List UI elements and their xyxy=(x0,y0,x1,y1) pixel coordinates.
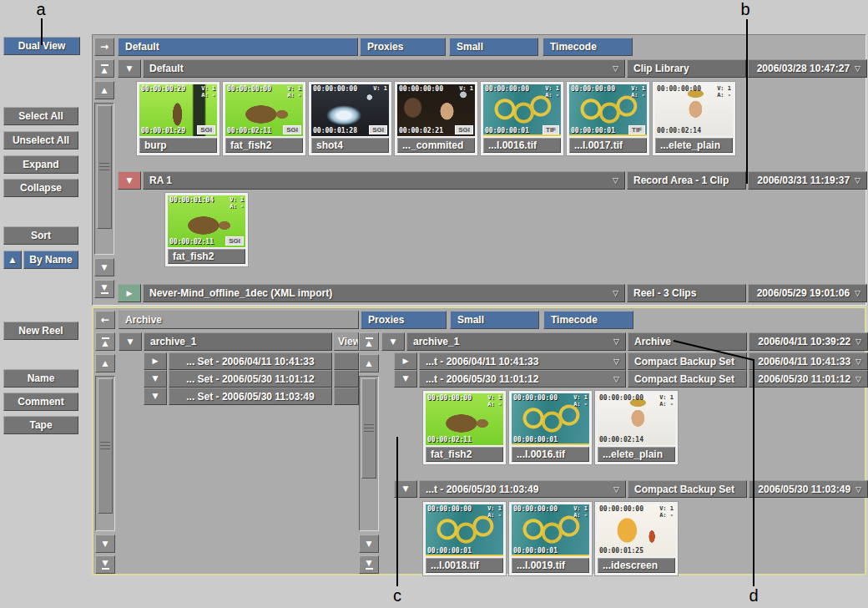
comment-field-button[interactable]: Comment xyxy=(3,393,78,411)
dropdown-icon[interactable]: ▽ xyxy=(855,375,861,383)
backup-set-tree-row[interactable]: ... Set - 2006/05/30 11:03:49 xyxy=(169,388,332,405)
clip[interactable]: 00:00:00:00 V: 1 A: - 00:00:00:01 TIF ..… xyxy=(480,81,564,156)
select-all-button[interactable]: Select All xyxy=(3,107,78,125)
reel-row-type[interactable]: Reel - 3 Clips xyxy=(627,284,746,302)
backup-set-row-timestamp[interactable]: 2006/05/30 11:01:12▽ xyxy=(749,370,868,388)
tape-field-button[interactable]: Tape xyxy=(3,416,78,434)
new-reel-button[interactable]: New Reel xyxy=(3,322,78,340)
tab-small-archive[interactable]: Small xyxy=(450,311,539,329)
collapse-triangle-button[interactable]: ▼ xyxy=(394,480,417,498)
backup-set-row-type[interactable]: Compact Backup Set xyxy=(628,370,747,388)
collapse-triangle-button[interactable]: ▼ xyxy=(118,59,141,78)
clip[interactable]: 00:00:00:00 V: 1 A: - 00:00:00:01 ...l.0… xyxy=(422,501,507,576)
backup-set-row-name[interactable]: ...t - 2006/05/30 11:03:49▽ xyxy=(419,480,626,498)
dropdown-icon[interactable]: ▽ xyxy=(855,289,860,297)
archive-row-type[interactable]: Archive xyxy=(628,332,747,351)
scroll-down-button[interactable]: ▼ xyxy=(94,258,114,276)
record-area-row-name[interactable]: RA 1▽ xyxy=(143,171,625,190)
sort-direction-button[interactable]: ▲ xyxy=(3,251,22,269)
record-area-row-timestamp[interactable]: 2006/03/31 11:19:37▽ xyxy=(748,171,867,190)
archive-title-button[interactable]: Archive xyxy=(119,311,359,329)
dropdown-icon[interactable]: ▽ xyxy=(855,485,861,494)
collapse-button[interactable]: Collapse xyxy=(3,179,78,197)
clip[interactable]: 00:00:00:00 V: 1 A: - 00:00:01:25 ...ide… xyxy=(594,501,679,576)
scroll-to-top-button[interactable]: ▲ xyxy=(95,332,115,351)
expand-triangle-button[interactable]: ▶ xyxy=(394,352,417,370)
expand-triangle-button-reel[interactable]: ▶ xyxy=(118,284,141,302)
scroll-to-bottom-button[interactable]: ▼ xyxy=(359,555,379,574)
tab-timecode-archive[interactable]: Timecode xyxy=(543,311,633,329)
dropdown-icon[interactable]: ▽ xyxy=(855,64,860,73)
reel-row-timestamp[interactable]: 2006/05/29 19:01:06▽ xyxy=(748,284,867,302)
collapse-triangle-button[interactable]: ▼ xyxy=(394,370,417,388)
dropdown-icon[interactable]: ▽ xyxy=(613,357,619,366)
vertical-scrollbar[interactable] xyxy=(359,376,379,531)
expand-button[interactable]: Expand xyxy=(3,155,78,174)
archive-row-name[interactable]: archive_1▽ xyxy=(406,332,626,351)
backup-set-row-name[interactable]: ...t - 2006/04/11 10:41:33▽ xyxy=(419,352,626,370)
collapse-triangle-button-archive-contents[interactable]: ▼ xyxy=(381,332,405,351)
scroll-to-bottom-button[interactable]: ▼ xyxy=(94,280,114,298)
expand-triangle-button[interactable]: ▶ xyxy=(144,352,167,370)
library-row-name[interactable]: Default▽ xyxy=(143,59,625,78)
dropdown-icon[interactable]: ▽ xyxy=(613,485,619,494)
backup-set-row-name[interactable]: ...t - 2006/05/30 11:01:12▽ xyxy=(419,370,626,388)
scroll-down-button[interactable]: ▼ xyxy=(359,535,379,553)
clip[interactable]: 00:00:00:00 V: 1 A: - 00:00:00:01 TIF ..… xyxy=(566,81,650,156)
library-row-timestamp[interactable]: 2006/03/28 10:47:27▽ xyxy=(748,59,867,78)
vertical-scrollbar[interactable] xyxy=(95,376,115,531)
clip[interactable]: 00:00:00:00 V: 1 A: - 00:00:00:01 ...l.0… xyxy=(508,501,593,576)
dropdown-icon[interactable]: ▽ xyxy=(613,64,618,73)
name-field-button[interactable]: Name xyxy=(3,369,78,388)
clip[interactable]: 00:00:00:00 V: 1 00:00:01:28 SGI shot4 xyxy=(308,81,392,156)
clip[interactable]: 00:00:00:00 V: 1 A: - 00:00:02:14 ...ele… xyxy=(652,81,736,156)
archive-tree-name[interactable]: archive_1 xyxy=(144,332,332,351)
scroll-up-button[interactable]: ▲ xyxy=(359,354,379,372)
backup-set-tree-row[interactable]: ... Set - 2006/04/11 10:41:33 xyxy=(169,352,332,370)
dropdown-icon[interactable]: ▽ xyxy=(855,176,860,185)
dual-view-button[interactable]: Dual View xyxy=(3,37,80,55)
scroll-down-button[interactable]: ▼ xyxy=(95,535,115,553)
record-area-row-type[interactable]: Record Area - 1 Clip xyxy=(627,171,746,190)
scroll-up-button[interactable]: ▲ xyxy=(95,354,115,372)
scrollbar-thumb[interactable] xyxy=(97,105,112,229)
clip[interactable]: 00:00:01:04 V: 1 A: - 00:00:02:11 SGI fa… xyxy=(164,192,249,267)
dropdown-icon[interactable]: ▽ xyxy=(613,375,619,383)
tab-timecode[interactable]: Timecode xyxy=(542,38,633,56)
tab-proxies[interactable]: Proxies xyxy=(360,38,446,56)
clip[interactable]: 00:00:00:29 V: 1 A: - 00:00:01:29 SGI bu… xyxy=(136,81,220,156)
scrollbar-thumb[interactable] xyxy=(98,378,113,514)
view-column-header[interactable]: View xyxy=(334,332,359,351)
pan-right-button[interactable]: → xyxy=(94,38,114,56)
vertical-scrollbar[interactable] xyxy=(94,103,114,255)
view-cell[interactable] xyxy=(334,370,359,388)
reel-row-name[interactable]: Never-Mind_offline_1dec (XML import)▽ xyxy=(143,284,625,302)
backup-set-row-type[interactable]: Compact Backup Set xyxy=(628,352,747,370)
sort-by-name-button[interactable]: By Name xyxy=(23,251,78,269)
tab-proxies-archive[interactable]: Proxies xyxy=(361,311,447,329)
tab-small[interactable]: Small xyxy=(449,38,538,56)
dropdown-icon[interactable]: ▽ xyxy=(855,357,861,366)
backup-set-row-timestamp[interactable]: 2006/05/30 11:03:49▽ xyxy=(749,480,868,498)
collapse-triangle-button[interactable]: ▼ xyxy=(144,388,167,405)
collapse-triangle-button-record-area[interactable]: ▼ xyxy=(118,171,141,190)
clip[interactable]: 00:00:00:00 V: 1 A: - 00:00:00:01 ...l.0… xyxy=(508,390,593,465)
clip[interactable]: 00:00:00:00 V: 1 A: - 00:00:02:11 SGI fa… xyxy=(222,81,306,156)
backup-set-tree-row[interactable]: ... Set - 2006/05/30 11:01:12 xyxy=(169,370,332,388)
dropdown-icon[interactable]: ▽ xyxy=(613,176,618,185)
unselect-all-button[interactable]: Unselect All xyxy=(3,131,78,149)
library-row-type[interactable]: Clip Library xyxy=(627,59,746,78)
scroll-to-top-button[interactable]: ▲ xyxy=(94,59,114,78)
clip[interactable]: 00:00:00:00 V: 1 00:00:02:21 SGI ..._com… xyxy=(394,81,478,156)
library-title-button[interactable]: Default xyxy=(118,38,358,56)
dropdown-icon[interactable]: ▽ xyxy=(855,337,861,346)
clip[interactable]: 00:00:00:00 V: 1 A: - 00:00:02:11 fat_fi… xyxy=(422,390,507,465)
archive-row-timestamp[interactable]: 2006/04/11 10:39:22▽ xyxy=(749,332,868,351)
scroll-up-button[interactable]: ▲ xyxy=(94,81,114,99)
view-cell[interactable] xyxy=(334,388,359,405)
clip[interactable]: 00:00:00:00 V: 1 A: - 00:00:02:14 ...ele… xyxy=(594,390,679,465)
backup-set-row-type[interactable]: Compact Backup Set xyxy=(628,480,747,498)
collapse-triangle-button[interactable]: ▼ xyxy=(144,370,167,388)
dropdown-icon[interactable]: ▽ xyxy=(613,337,619,346)
collapse-triangle-button-archive[interactable]: ▼ xyxy=(119,332,142,351)
